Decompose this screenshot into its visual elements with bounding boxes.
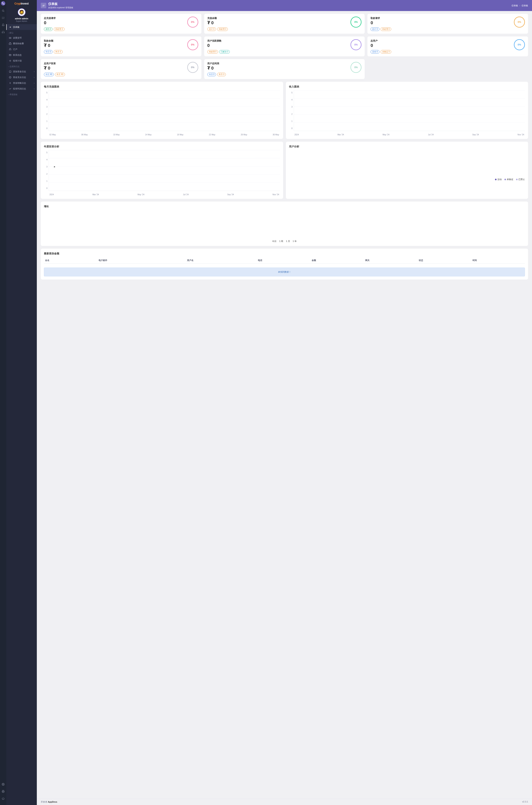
progress-ring: 0% bbox=[350, 17, 361, 28]
rail-print-icon[interactable] bbox=[1, 790, 5, 793]
stat-value: ₮ 0 bbox=[44, 66, 65, 71]
status-badge: 活动 0 bbox=[370, 50, 379, 54]
swap-icon[interactable]: ⇄ bbox=[41, 3, 46, 8]
stat-value: 0 bbox=[370, 43, 391, 48]
stat-card[interactable]: 取款请求0总计 0待处理 00% bbox=[367, 14, 528, 34]
chevron-right-icon: › bbox=[34, 76, 35, 78]
svg-point-1 bbox=[3, 784, 3, 785]
stat-card[interactable]: 总用户投资₮ 0今日 ₮0本月 ₮00% bbox=[41, 59, 202, 79]
nav-subscribers[interactable]: 订户 bbox=[6, 47, 37, 52]
stat-value: 0 bbox=[207, 43, 230, 48]
nav-label: 投资利润日志 bbox=[13, 87, 26, 90]
nav-label: 仪表板 bbox=[13, 25, 19, 29]
panel-title: 用户分析 bbox=[289, 145, 525, 148]
crumb-root[interactable]: 仪表板 bbox=[512, 4, 518, 7]
dev-link[interactable]: AppDevs bbox=[48, 801, 57, 803]
svg-rect-3 bbox=[9, 37, 11, 39]
growth-legend: 今日1 周1 月1 年 bbox=[44, 240, 525, 243]
nav-log-addmoney[interactable]: 添加资金日志› bbox=[6, 69, 37, 74]
nav-label: 设置货币 bbox=[13, 36, 22, 39]
svg-rect-5 bbox=[9, 43, 11, 45]
nav-label: 添加资金日志 bbox=[13, 70, 26, 73]
status-badge: 本月 0 bbox=[217, 73, 226, 76]
rail-phone-icon[interactable] bbox=[1, 1, 5, 5]
rail-search-icon[interactable] bbox=[1, 9, 5, 13]
panel-title: 收入图表 bbox=[289, 85, 525, 89]
user-role: Super Admin bbox=[6, 20, 37, 22]
progress-ring: 0% bbox=[514, 39, 525, 50]
stat-title: 取款余额 bbox=[44, 39, 63, 42]
status-badge: 未验证 0 bbox=[381, 50, 391, 54]
legend-item: 1 周 bbox=[279, 240, 283, 243]
chevron-right-icon: › bbox=[34, 88, 35, 90]
table-header: 电子邮件 bbox=[97, 257, 186, 263]
status-badge: 待处理 0 bbox=[54, 28, 64, 31]
stat-card[interactable]: 取款余额₮ 0今日 0本月 00% bbox=[41, 36, 202, 56]
panel-latest-addmoney: 最新添加金额 全名电子邮件用户名电话金额网关状态时间 未找到数据！ bbox=[41, 249, 528, 279]
invest-chart: 543210 ⚑ 2024Mar '24May '24Jul '24Sep '2… bbox=[44, 150, 280, 196]
table-header: 时间 bbox=[471, 257, 525, 263]
panel-title: 增长 bbox=[44, 205, 525, 208]
rail-sliders-icon[interactable] bbox=[1, 16, 5, 20]
stat-title: 总用户投资 bbox=[44, 62, 65, 65]
stat-card[interactable]: 用户总利润₮ 0今日 0本月 00% bbox=[204, 59, 365, 79]
nav-log-transfer[interactable]: 资金转账日志› bbox=[6, 80, 37, 86]
nav-section-logs: --交易和日志 bbox=[6, 63, 37, 69]
nav-label: 联系信息 bbox=[13, 54, 22, 57]
stat-title: 取款请求 bbox=[370, 17, 391, 20]
stat-card[interactable]: 总用户0活动 0未验证 00% bbox=[367, 36, 528, 56]
status-badge: 总计 0 bbox=[207, 28, 216, 31]
status-badge: 总计 0 bbox=[370, 28, 379, 31]
table-header: 全名 bbox=[44, 257, 97, 263]
nav-currency[interactable]: 设置货币 bbox=[6, 35, 37, 41]
status-badge: 已解决 0 bbox=[219, 50, 230, 54]
nav-label: 资金支出日志 bbox=[13, 76, 26, 79]
rail-bell-icon[interactable] bbox=[1, 23, 5, 27]
panel-deposit-chart: 每月充值图表 543210 02 May06 May10 May14 May18… bbox=[41, 82, 283, 139]
rail-headset-icon[interactable] bbox=[1, 30, 5, 34]
panel-growth: 增长 今日1 周1 月1 年 bbox=[41, 202, 528, 246]
topbar: ⇄ 仪表板 欢迎来到 cryptonet 管理面板 仪表板 › 仪表板 bbox=[37, 0, 532, 11]
page-title: 仪表板 bbox=[48, 2, 73, 6]
stat-card[interactable]: 用户活跃票数0待处理 0已解决 00% bbox=[204, 36, 365, 56]
nav-log-moneyout[interactable]: 资金支出日志› bbox=[6, 74, 37, 80]
stats-grid: 总充值请求0成功 0待处理 00%充值余额₮ 0总计 0待处理 00%取款请求0… bbox=[41, 14, 528, 79]
nav-label: 资金转账日志 bbox=[13, 81, 26, 85]
panel-user-analysis: 用户分析 活动未验证已禁止 bbox=[286, 142, 528, 199]
svg-rect-2 bbox=[3, 792, 4, 792]
stat-title: 用户活跃票数 bbox=[207, 39, 230, 42]
nav-log-profit[interactable]: 投资利润日志› bbox=[6, 86, 37, 92]
stat-value: 0 bbox=[44, 20, 64, 25]
nav-invest-plan[interactable]: 投资计划 bbox=[6, 58, 37, 63]
crumb-sep: › bbox=[519, 4, 520, 7]
progress-ring: 0% bbox=[187, 17, 198, 28]
panel-title: 每月充值图表 bbox=[44, 85, 280, 89]
avatar[interactable]: 🧔 bbox=[18, 8, 25, 16]
table-header: 网关 bbox=[364, 257, 418, 263]
svg-rect-7 bbox=[9, 71, 11, 73]
deposit-chart: 543210 02 May06 May10 May14 May18 May22 … bbox=[44, 90, 280, 136]
sidebar: CrypInvest 🧔 admin admin Super Admin ➔仪表… bbox=[6, 0, 37, 805]
status-badge: 成功 0 bbox=[44, 28, 53, 31]
stat-value: ₮ 0 bbox=[44, 43, 63, 48]
stat-card[interactable]: 充值余额₮ 0总计 0待处理 00% bbox=[204, 14, 365, 34]
chevron-right-icon: › bbox=[34, 71, 35, 73]
status-badge: 待处理 0 bbox=[217, 28, 228, 31]
nav-section-default: --默认 bbox=[6, 30, 37, 35]
progress-ring: 0% bbox=[514, 17, 525, 28]
nav-contact[interactable]: 联系信息 bbox=[6, 52, 37, 58]
rail-power-icon[interactable] bbox=[1, 797, 5, 800]
crumb-leaf: 仪表板 bbox=[521, 4, 528, 7]
rail-gear-icon[interactable] bbox=[1, 783, 5, 786]
no-data-alert: 未找到数据！ bbox=[44, 268, 525, 276]
breadcrumb: 仪表板 › 仪表板 bbox=[512, 4, 528, 7]
version: v2.3.1 bbox=[522, 801, 528, 803]
status-badge: 本月 ₮0 bbox=[55, 73, 65, 76]
stat-title: 总充值请求 bbox=[44, 17, 64, 20]
nav-fees[interactable]: 费用和收费 bbox=[6, 41, 37, 47]
svg-point-4 bbox=[10, 38, 10, 38]
stat-card[interactable]: 总充值请求0成功 0待处理 00% bbox=[41, 14, 202, 34]
nav-dashboard[interactable]: ➔仪表板 bbox=[6, 24, 37, 30]
data-table: 全名电子邮件用户名电话金额网关状态时间 bbox=[44, 257, 525, 263]
progress-ring: 0% bbox=[350, 62, 361, 73]
